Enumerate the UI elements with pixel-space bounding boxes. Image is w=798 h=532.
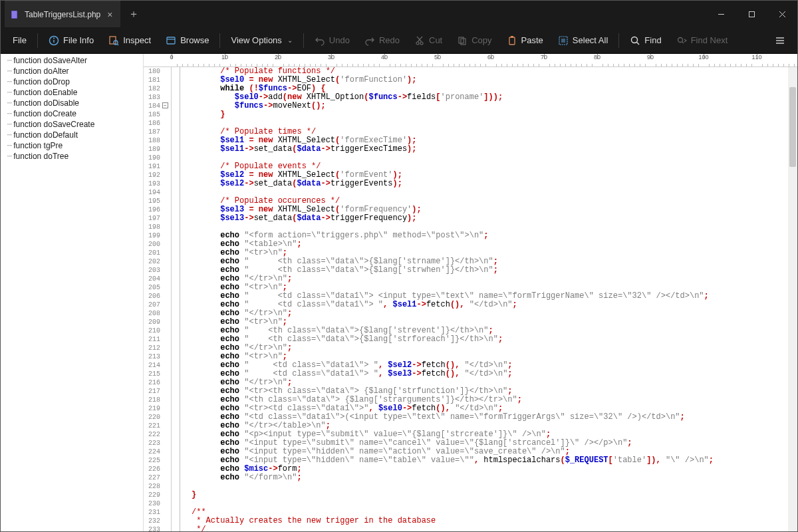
- code-line[interactable]: $funcs->moveNext();: [192, 102, 797, 110]
- browse-icon: [166, 35, 176, 46]
- outline-label: function tgPre: [13, 141, 63, 150]
- scrollbar-thumb[interactable]: [789, 87, 796, 167]
- code-line[interactable]: [192, 499, 797, 508]
- cut-icon: [414, 35, 425, 46]
- svg-rect-23: [561, 39, 565, 43]
- main-area: ┈function doSaveAlter┈function doAlter┈f…: [1, 54, 797, 532]
- cut-button[interactable]: Cut: [408, 31, 449, 50]
- code-line[interactable]: * Actually creates the new trigger in th…: [192, 517, 797, 525]
- outline-item[interactable]: ┈function doCreate: [1, 108, 143, 119]
- minimize-button[interactable]: [706, 1, 736, 27]
- search-icon: [630, 35, 640, 46]
- view-options-menu[interactable]: View Options⌄: [224, 31, 299, 49]
- ruler: 0102030405060708090100110120: [144, 54, 797, 67]
- browse-button[interactable]: Browse: [159, 31, 215, 50]
- svg-point-24: [632, 37, 638, 43]
- outline-item[interactable]: ┈function doEnable: [1, 87, 143, 98]
- file-info-button[interactable]: File Info: [42, 31, 100, 50]
- svg-rect-21: [511, 36, 513, 38]
- info-icon: [49, 35, 59, 46]
- find-button[interactable]: Find: [623, 31, 668, 50]
- line-gutter: 180181182183184−185186187188189190191192…: [144, 67, 172, 532]
- outline-label: function doSaveCreate: [13, 120, 94, 129]
- inspect-icon: [108, 35, 119, 46]
- code-line[interactable]: */: [192, 525, 797, 532]
- svg-point-8: [53, 37, 55, 39]
- redo-icon: [364, 35, 375, 46]
- outline-item[interactable]: ┈function doDefault: [1, 130, 143, 140]
- svg-line-27: [682, 42, 684, 43]
- code-line[interactable]: echo "</form>\n";: [192, 473, 797, 482]
- hamburger-menu[interactable]: [768, 31, 792, 50]
- maximize-button[interactable]: [736, 1, 767, 27]
- outline-label: function doAlter: [13, 66, 68, 76]
- redo-button[interactable]: Redo: [358, 31, 406, 50]
- new-tab-button[interactable]: ＋: [120, 7, 147, 21]
- svg-line-17: [417, 37, 422, 42]
- outline-item[interactable]: ┈function doTree: [1, 151, 143, 162]
- svg-line-11: [117, 44, 118, 45]
- svg-rect-20: [509, 37, 515, 45]
- paste-button[interactable]: Paste: [500, 31, 550, 50]
- undo-icon: [315, 35, 325, 46]
- outline-item[interactable]: ┈function tgPre: [1, 140, 143, 151]
- file-tab[interactable]: TableTriggersList.php ×: [5, 1, 120, 27]
- window-controls: [706, 1, 797, 27]
- outline-label: function doEnable: [13, 88, 77, 97]
- chevron-down-icon: ⌄: [287, 37, 293, 44]
- paste-icon: [507, 35, 517, 46]
- file-menu[interactable]: File: [6, 31, 33, 49]
- svg-point-15: [420, 42, 423, 45]
- find-next-button[interactable]: Find Next: [670, 31, 735, 50]
- outline-label: function doCreate: [13, 109, 76, 118]
- code-content[interactable]: /* Populate functions */ $sel0 = new XHT…: [172, 67, 797, 532]
- outline-label: function doTree: [13, 152, 68, 161]
- svg-line-25: [637, 42, 640, 45]
- close-window-button[interactable]: [767, 1, 797, 27]
- outline-sidebar[interactable]: ┈function doSaveAlter┈function doAlter┈f…: [1, 54, 144, 532]
- fold-toggle[interactable]: −: [162, 102, 168, 108]
- outline-label: function doDefault: [13, 130, 78, 140]
- copy-icon: [457, 35, 467, 46]
- editor: 0102030405060708090100110120 18018118218…: [144, 54, 797, 532]
- toolbar: File File Info Inspect Browse View Optio…: [1, 27, 797, 54]
- vertical-scrollbar[interactable]: [788, 67, 797, 532]
- copy-button[interactable]: Copy: [450, 31, 498, 50]
- outline-label: function doDisable: [13, 98, 79, 108]
- code-line[interactable]: $sel3->set_data($data->triggerFrequency)…: [192, 214, 797, 223]
- code-line[interactable]: [192, 482, 797, 491]
- outline-label: function doSaveAlter: [13, 56, 87, 65]
- svg-rect-3: [749, 11, 754, 17]
- outline-item[interactable]: ┈function doAlter: [1, 66, 143, 76]
- menu-icon: [775, 35, 785, 46]
- outline-item[interactable]: ┈function doSaveCreate: [1, 119, 143, 130]
- file-icon: [10, 10, 19, 19]
- code-line[interactable]: }: [192, 491, 797, 499]
- code-line[interactable]: $sel2->set_data($data->triggerEvents);: [192, 180, 797, 188]
- outline-item[interactable]: ┈function doDisable: [1, 98, 143, 108]
- title-bar: TableTriggersList.php × ＋: [1, 1, 797, 27]
- code-line[interactable]: }: [192, 110, 797, 119]
- inspect-button[interactable]: Inspect: [102, 31, 158, 50]
- svg-point-14: [416, 42, 419, 45]
- outline-label: function doDrop: [13, 77, 70, 86]
- undo-button[interactable]: Undo: [308, 31, 356, 50]
- select-all-icon: [558, 35, 569, 46]
- find-next-icon: [676, 35, 687, 46]
- svg-point-26: [678, 37, 682, 42]
- svg-rect-9: [110, 37, 116, 44]
- svg-rect-1: [12, 11, 17, 18]
- svg-line-16: [418, 37, 422, 42]
- code-area[interactable]: 180181182183184−185186187188189190191192…: [144, 67, 797, 532]
- tab-title: TableTriggersList.php: [25, 10, 100, 19]
- outline-item[interactable]: ┈function doDrop: [1, 76, 143, 87]
- code-line[interactable]: $sel1->set_data($data->triggerExecTimes)…: [192, 145, 797, 154]
- close-icon[interactable]: ×: [106, 9, 114, 20]
- select-all-button[interactable]: Select All: [551, 31, 614, 50]
- svg-rect-12: [167, 37, 175, 44]
- outline-item[interactable]: ┈function doSaveAlter: [1, 55, 143, 66]
